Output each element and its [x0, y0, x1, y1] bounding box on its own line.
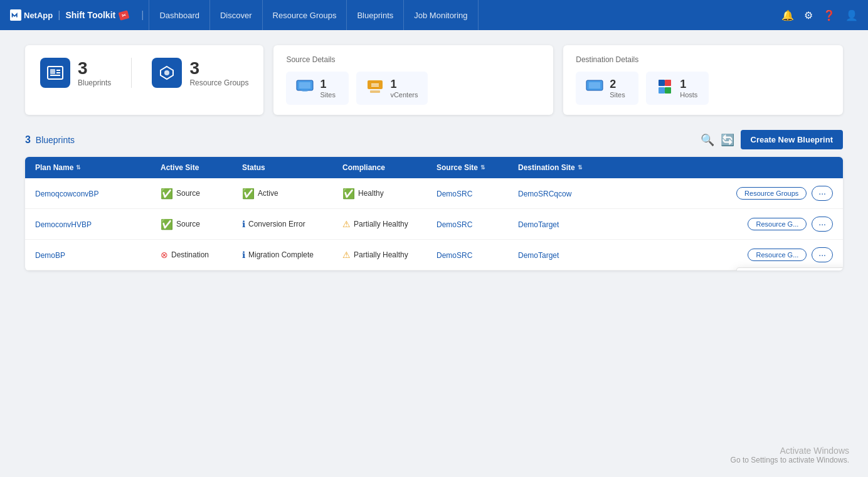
svg-rect-9	[299, 82, 310, 88]
vcenters-count: 1	[390, 78, 418, 91]
nav-blueprints[interactable]: Blueprints	[347, 0, 404, 30]
shift-toolkit-label: Shift Toolkit ✂	[65, 10, 129, 20]
row1-actions: Resource Groups ···	[618, 186, 833, 201]
svg-rect-13	[589, 82, 600, 88]
row2-compliance: ⚠ Partially Healthy	[342, 219, 437, 229]
create-blueprint-button[interactable]: Create New Blueprint	[741, 130, 843, 149]
row2-source: DemoSRC	[437, 220, 518, 229]
source-details-card: Source Details 1 Sites	[273, 45, 553, 115]
search-button[interactable]: 🔍	[701, 133, 714, 147]
th-plan-name: Plan Name ⇅	[35, 163, 161, 172]
nav-job-monitoring[interactable]: Job Monitoring	[404, 0, 478, 30]
table-row: DemoconvHVBP ✅ Source ℹ Conversion Error…	[25, 209, 843, 240]
svg-rect-14	[659, 80, 665, 86]
svg-rect-10	[368, 80, 383, 89]
blueprint-count: 3	[25, 134, 31, 145]
th-actions	[618, 163, 833, 172]
svg-point-6	[164, 70, 169, 75]
user-icon[interactable]: 👤	[845, 9, 858, 21]
row3-status: ℹ Migration Complete	[242, 250, 342, 260]
destination-details-title: Destination Details	[576, 55, 830, 64]
blueprints-icon	[40, 58, 70, 88]
vcenters-icon	[366, 79, 384, 97]
section-header: 3 Blueprints 🔍 🔄 Create New Blueprint	[25, 130, 843, 149]
summary-divider	[131, 58, 132, 88]
refresh-button[interactable]: 🔄	[721, 133, 734, 147]
row1-plan: DemoqcowconvBP	[35, 189, 161, 198]
source-sites-count: 1	[320, 78, 335, 91]
context-menu: Blueprint Details Edit Blueprint Convert…	[736, 267, 843, 271]
resource-groups-summary: 3 Resource Groups	[152, 58, 248, 88]
row3-rg-button[interactable]: Resource G...	[748, 249, 807, 261]
th-active-site: Active Site	[161, 163, 242, 172]
ribbon-badge: ✂	[119, 10, 130, 20]
source-sites-icon	[296, 80, 314, 97]
blueprints-label: Blueprints	[78, 78, 111, 87]
dest-sites-item: 2 Sites	[576, 72, 638, 105]
row3-actions: Resource G... ···	[618, 247, 833, 262]
warning-icon: ⚠	[342, 250, 351, 260]
dropdown-blueprint-details[interactable]: Blueprint Details	[737, 268, 843, 271]
dest-sites-icon	[586, 80, 603, 97]
row1-plan-link[interactable]: DemoqcowconvBP	[35, 190, 98, 198]
row3-plan: DemoBP	[35, 250, 161, 260]
green-check-icon: ✅	[342, 188, 355, 200]
table-header: Plan Name ⇅ Active Site Status Complianc…	[25, 157, 843, 178]
table-row: DemoqcowconvBP ✅ Source ✅ Active ✅ Healt…	[25, 178, 843, 209]
brand-name: NetApp	[24, 11, 53, 20]
blueprints-table: Plan Name ⇅ Active Site Status Complianc…	[25, 157, 843, 271]
blueprints-summary: 3 Blueprints	[40, 58, 111, 88]
green-check-icon: ✅	[242, 188, 255, 200]
row2-actions: Resource G... ···	[618, 217, 833, 232]
summary-row: 3 Blueprints 3 Resource Groups	[25, 45, 843, 115]
row2-dest: DemoTarget	[518, 220, 618, 229]
th-source-site: Source Site ⇅	[437, 163, 518, 172]
destination-details-items: 2 Sites 1 Hosts	[576, 72, 830, 105]
nav-actions: 🔔 ⚙ ❓ 👤	[781, 9, 858, 21]
row2-rg-button[interactable]: Resource G...	[748, 218, 807, 230]
row2-plan-link[interactable]: DemoconvHVBP	[35, 220, 92, 229]
nav-dashboard[interactable]: Dashboard	[149, 0, 210, 30]
green-check-icon: ✅	[161, 188, 173, 200]
dest-hosts-label: Hosts	[680, 91, 697, 99]
row3-plan-link[interactable]: DemoBP	[35, 251, 65, 260]
svg-rect-17	[665, 87, 671, 94]
source-sites-label: Sites	[320, 91, 335, 99]
section-title: 3 Blueprints	[25, 134, 75, 146]
row3-compliance: ⚠ Partially Healthy	[342, 250, 437, 260]
svg-rect-15	[665, 80, 671, 86]
navbar: NetApp | Shift Toolkit ✂ | Dashboard Dis…	[0, 0, 868, 30]
row1-rg-button[interactable]: Resource Groups	[736, 187, 807, 200]
row1-dest: DemoSRCqcow	[518, 189, 618, 198]
nav-resource-groups[interactable]: Resource Groups	[263, 0, 347, 30]
resource-groups-label: Resource Groups	[189, 78, 248, 87]
nav-discover[interactable]: Discover	[210, 0, 263, 30]
row2-more-button[interactable]: ···	[812, 217, 833, 232]
info-icon: ℹ	[242, 219, 245, 229]
bell-icon[interactable]: 🔔	[781, 9, 794, 21]
vcenters-label: vCenters	[390, 91, 418, 99]
source-details-items: 1 Sites 1 vCenters	[286, 72, 541, 105]
info-icon: ℹ	[242, 250, 245, 260]
table-row: DemoBP ⊗ Destination ℹ Migration Complet…	[25, 240, 843, 271]
row3-more-button[interactable]: ···	[812, 247, 833, 262]
dest-sites-count: 2	[610, 78, 625, 91]
source-details-title: Source Details	[286, 55, 541, 64]
gear-icon[interactable]: ⚙	[804, 9, 813, 21]
netapp-logo: NetApp	[10, 9, 53, 21]
dest-sites-label: Sites	[610, 91, 625, 99]
main-content: 3 Blueprints 3 Resource Groups	[0, 30, 868, 286]
help-icon[interactable]: ❓	[823, 9, 835, 21]
nav-links: Dashboard Discover Resource Groups Bluep…	[149, 0, 781, 30]
row1-compliance: ✅ Healthy	[342, 188, 437, 200]
row1-active-site: ✅ Source	[161, 188, 242, 200]
warning-icon: ⚠	[342, 219, 351, 229]
source-vcenters-item: 1 vCenters	[356, 72, 428, 105]
hosts-icon	[656, 79, 674, 97]
source-sites-item: 1 Sites	[286, 72, 349, 105]
dest-hosts-count: 1	[680, 78, 697, 91]
row3-source: DemoSRC	[437, 250, 518, 260]
svg-rect-16	[659, 87, 665, 94]
row1-more-button[interactable]: ···	[812, 186, 833, 201]
row1-source: DemoSRC	[437, 189, 518, 198]
